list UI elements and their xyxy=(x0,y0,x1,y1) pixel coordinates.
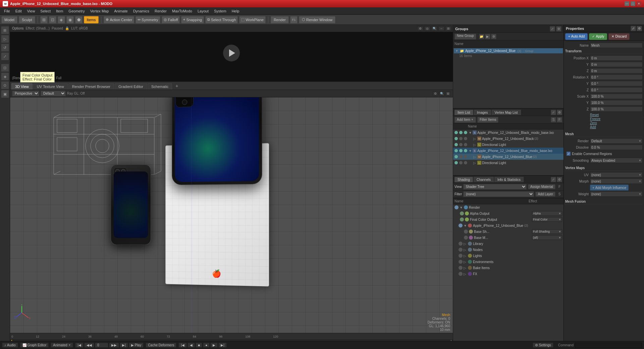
shading-view-select[interactable]: Shader Tree xyxy=(463,184,527,190)
left-tool-4[interactable]: ⤢ xyxy=(1,52,9,60)
command-input[interactable] xyxy=(575,343,642,348)
prop-scale-x-val[interactable]: 100.0 % xyxy=(590,94,643,99)
groups-expand[interactable]: ⤢ xyxy=(550,26,555,32)
group-icon-1[interactable]: 📁 xyxy=(479,34,484,39)
add-link[interactable]: Add xyxy=(590,125,643,129)
groups-settings[interactable]: ⚙ xyxy=(556,26,561,32)
shader-row-alpha[interactable]: Alpha Output Alpha▼ xyxy=(453,210,564,216)
group-icon-3[interactable]: ⚙ xyxy=(491,34,496,39)
tool-icon-3[interactable]: ◈ xyxy=(58,16,65,23)
props-settings[interactable]: ⚙ xyxy=(637,26,642,31)
effect-finalcolor[interactable]: Final Color▼ xyxy=(532,217,562,222)
shader-row-nodes[interactable]: ▷ Nodes xyxy=(453,247,564,253)
tool-icon-4[interactable]: ◉ xyxy=(66,16,74,23)
graph-editor-btn[interactable]: 📈 Graph Editor xyxy=(20,343,49,348)
preview-btn-1[interactable]: ⚙ xyxy=(417,26,423,31)
new-group-btn[interactable]: New Group xyxy=(454,34,476,40)
zero-link[interactable]: Zero xyxy=(590,121,643,125)
prop-pos-z-val[interactable]: 0 m xyxy=(590,68,643,73)
item-row-black-mesh[interactable]: ▷ M Apple_iPhone_12_Unboxed_Black (2) xyxy=(453,136,564,142)
preview-btn-3[interactable]: 🔍 xyxy=(431,26,437,31)
itemlist-icon-2[interactable]: F xyxy=(557,117,562,122)
select-through-btn[interactable]: ⧉ Select Through xyxy=(205,16,238,23)
shader-row-finalcolor[interactable]: Final Color Output Final Color▼ xyxy=(453,216,564,222)
prop-pos-x-val[interactable]: 0 m xyxy=(590,55,643,61)
shader-row-fx[interactable]: ▷ FX xyxy=(453,271,564,277)
play-button[interactable] xyxy=(223,45,240,61)
left-tool-7[interactable]: ⊙ xyxy=(1,81,9,89)
menu-render[interactable]: Render xyxy=(152,8,169,14)
play-stop-btn[interactable]: ▶ Play xyxy=(129,343,144,348)
prop-render-dropdown[interactable]: Default ▼ xyxy=(590,138,643,144)
add-layer-btn[interactable]: Add Layer xyxy=(535,192,555,197)
tab-info-stats[interactable]: Info & Statistics xyxy=(494,177,524,182)
freeze-link[interactable]: Freeze xyxy=(590,117,643,121)
prop-morph-dropdown[interactable]: (none) ▼ xyxy=(590,179,643,184)
tool-icon-1[interactable]: ⊞ xyxy=(40,16,48,23)
viewport-3d[interactable]: 🍎 9:41 xyxy=(10,97,453,333)
maximize-btn[interactable]: □ xyxy=(631,1,635,6)
menu-system[interactable]: System xyxy=(211,8,229,14)
item-row-black-scene[interactable]: ▼ S Apple_iPhone_12_Unboxed_Black_modo_b… xyxy=(453,130,564,136)
filter-items-btn[interactable]: Filter Items xyxy=(477,117,498,123)
viewport-view-select[interactable]: Perspective Top Front Right xyxy=(12,91,39,96)
tab-shading[interactable]: Shading xyxy=(454,177,473,182)
cache-deformers-btn[interactable]: Cache Deformers xyxy=(146,343,176,348)
props-expand[interactable]: ⤢ xyxy=(631,26,636,31)
next-frame-btn[interactable]: ▶| xyxy=(120,343,128,348)
frame-input[interactable]: 0 xyxy=(95,343,108,348)
prop-cmd-regions-check[interactable]: ✓ xyxy=(567,152,571,156)
left-tool-8[interactable]: ▣ xyxy=(1,90,9,98)
prop-scale-y-val[interactable]: 100.0 % xyxy=(590,100,643,105)
left-tool-3[interactable]: ↺ xyxy=(1,44,9,52)
viewport-shading-select[interactable]: Default Wireframe Solid xyxy=(41,91,66,96)
tab-vertex-map-list[interactable]: Vertex Map List xyxy=(492,110,521,115)
prop-name-value[interactable]: Mesh xyxy=(590,43,643,48)
tool-icon-5[interactable]: ⬟ xyxy=(75,16,83,23)
prop-scale-z-val[interactable]: 100.0 % xyxy=(590,106,643,112)
sculpt-btn[interactable]: Sculpt xyxy=(19,16,35,23)
audio-btn[interactable]: ♪ Audio xyxy=(2,343,18,348)
item-row-dirlight2[interactable]: ▷ L Directional Light xyxy=(453,160,564,166)
add-morph-btn[interactable]: + Add Morph Influence xyxy=(590,185,629,191)
tool-icon-2[interactable]: ⊡ xyxy=(49,16,56,23)
menu-maxtomodo[interactable]: MaxToModo xyxy=(169,8,195,14)
transport-6[interactable]: ▶| xyxy=(218,343,227,348)
prop-uv-dropdown[interactable]: (none) ▼ xyxy=(590,172,643,178)
tab-channels[interactable]: Channels xyxy=(474,177,494,182)
viewport-zoom-btn[interactable]: 🔍 xyxy=(439,91,444,96)
tab-gradient-editor[interactable]: Gradient Editor xyxy=(115,83,147,90)
itemlist-settings[interactable]: ⚙ xyxy=(557,110,562,115)
menu-layout[interactable]: Layout xyxy=(195,8,211,14)
left-tool-6[interactable]: ◈ xyxy=(1,72,9,81)
render-icon[interactable]: F1 xyxy=(290,16,298,23)
auto-add-btn[interactable]: + Auto Add xyxy=(565,33,588,40)
transport-5[interactable]: ▶ xyxy=(210,343,218,348)
viewport-snap-btn[interactable]: ⚙ xyxy=(433,91,438,96)
minimize-btn[interactable]: — xyxy=(625,1,629,6)
preview-options[interactable]: Options xyxy=(12,27,23,30)
item-row-blue-scene[interactable]: ▼ S Apple_iPhone_12_Unboxed_Blue_modo_ba… xyxy=(453,148,564,154)
transport-3[interactable]: ■ xyxy=(196,343,202,348)
prev-frame-btn[interactable]: |◀ xyxy=(75,343,84,348)
settings-btn[interactable]: ⚙ Settings xyxy=(533,343,553,348)
menu-view[interactable]: View xyxy=(24,8,38,14)
shading-filter-select[interactable]: (none) xyxy=(463,191,534,197)
group-icon-2[interactable]: ▶ xyxy=(485,34,490,39)
menu-vertex-map[interactable]: Vertex Map xyxy=(88,8,112,14)
menu-geometry[interactable]: Geometry xyxy=(66,8,87,14)
effect-baseshader[interactable]: Full Shading▼ xyxy=(532,229,562,234)
prop-rot-x-val[interactable]: 0.0 ° xyxy=(590,74,643,80)
item-row-dirlight1[interactable]: ▷ L Directional Light xyxy=(453,142,564,148)
action-center-btn[interactable]: ⊕ Action Center xyxy=(104,16,134,23)
workplane-btn[interactable]: ⬚ WorkPlane xyxy=(239,16,266,23)
item-row-blue-mesh[interactable]: ▷ M Apple_iPhone_12_Unboxed_Blue (2) xyxy=(453,154,564,160)
transport-1[interactable]: |◀ xyxy=(178,343,187,348)
menu-dynamics[interactable]: Dynamics xyxy=(130,8,152,14)
left-tool-2[interactable]: ▷ xyxy=(1,35,9,43)
menu-help[interactable]: Help xyxy=(229,8,242,14)
shader-row-envs[interactable]: ▷ Environments xyxy=(453,259,564,265)
items-btn[interactable]: Items xyxy=(84,16,99,23)
tab-item-list[interactable]: Item List xyxy=(454,110,473,115)
preview-btn-2[interactable]: ◎ xyxy=(424,26,430,31)
